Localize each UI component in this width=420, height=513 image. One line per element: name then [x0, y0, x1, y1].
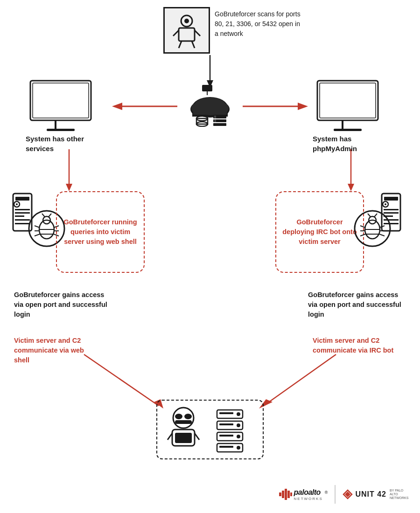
svg-line-20 [195, 30, 200, 36]
logos-area: paloalto NETWORKS ® UNIT 42 BY PALO ALTO… [279, 485, 408, 504]
svg-line-59 [42, 214, 45, 217]
svg-point-15 [184, 19, 189, 23]
svg-rect-70 [384, 197, 398, 201]
unit42-icon [343, 489, 353, 499]
svg-point-100 [237, 412, 240, 416]
cloud-icon [180, 85, 240, 127]
svg-rect-111 [279, 492, 281, 496]
hacker-box [156, 400, 264, 459]
svg-line-12 [264, 354, 336, 406]
svg-line-88 [379, 234, 385, 236]
svg-rect-44 [320, 83, 376, 118]
svg-rect-113 [285, 489, 287, 500]
left-monitor-icon [26, 78, 96, 134]
scanner-box [163, 7, 210, 54]
c2-server-icon [212, 406, 254, 453]
svg-line-83 [360, 226, 365, 228]
comm-right-label: Victim server and C2 communicate via IRC… [313, 336, 406, 355]
svg-rect-39 [30, 81, 91, 120]
paloalto-icon [279, 489, 292, 500]
svg-rect-30 [193, 108, 227, 115]
paloalto-logo: paloalto NETWORKS ® [279, 488, 328, 501]
svg-rect-41 [55, 120, 56, 129]
svg-rect-21 [202, 85, 212, 91]
svg-line-82 [374, 214, 377, 217]
unit42-text: UNIT 42 [355, 490, 386, 499]
svg-line-61 [35, 226, 40, 228]
right-attack-section: GoBruteforcer deploying IRC bot onto vic… [271, 187, 411, 284]
svg-marker-5 [298, 103, 308, 110]
diagram: GoBruteforcer scans for ports 80, 21, 33… [0, 0, 420, 513]
svg-point-50 [16, 203, 18, 205]
cloud-server [173, 85, 247, 127]
svg-line-17 [179, 41, 182, 48]
svg-rect-35 [214, 116, 216, 118]
svg-marker-3 [112, 103, 122, 110]
unit42-sub: BY PALO ALTO NETWORKS [390, 489, 408, 499]
svg-rect-104 [219, 423, 233, 425]
svg-rect-101 [219, 412, 233, 414]
svg-rect-22 [207, 91, 208, 95]
svg-point-109 [237, 446, 240, 450]
left-attack-section: GoBruteforcer running queries into victi… [9, 187, 149, 284]
svg-rect-42 [47, 129, 75, 131]
left-attack-box: GoBruteforcer running queries into victi… [56, 191, 145, 273]
svg-line-85 [360, 234, 365, 236]
svg-line-81 [368, 214, 371, 217]
svg-line-18 [192, 41, 195, 48]
svg-rect-94 [175, 420, 192, 424]
right-monitor: System has phpMyAdmin [313, 78, 394, 153]
svg-rect-43 [317, 81, 378, 120]
svg-rect-46 [334, 129, 362, 131]
svg-rect-38 [213, 123, 226, 126]
left-monitor: System has other services [26, 78, 107, 153]
svg-point-92 [175, 414, 182, 419]
hacker-icon [166, 406, 208, 453]
right-bug-icon [354, 210, 391, 249]
svg-rect-114 [287, 491, 290, 498]
scanner-label: GoBruteforcer scans for ports 80, 21, 33… [215, 9, 303, 39]
access-right-label: GoBruteforcer gains access via open port… [308, 290, 406, 319]
svg-line-86 [379, 226, 385, 228]
svg-rect-16 [179, 28, 195, 41]
left-system-label: System has other services [26, 134, 107, 153]
right-system-label: System has phpMyAdmin [313, 134, 394, 153]
right-monitor-icon [313, 78, 383, 134]
svg-point-93 [184, 414, 192, 419]
svg-line-60 [49, 214, 51, 217]
paloalto-text: paloalto [294, 488, 323, 497]
hacker-c2-section [156, 400, 264, 459]
svg-rect-112 [282, 491, 284, 498]
unit42-logo: UNIT 42 BY PALO ALTO NETWORKS [343, 489, 408, 499]
networks-text: NETWORKS [294, 497, 323, 501]
logo-divider [335, 485, 336, 504]
svg-rect-37 [214, 119, 216, 122]
svg-point-72 [385, 203, 386, 205]
svg-rect-45 [342, 120, 343, 129]
svg-line-63 [35, 234, 40, 236]
svg-rect-96 [175, 433, 192, 443]
svg-rect-40 [33, 83, 89, 118]
access-left-label: GoBruteforcer gains access via open port… [14, 290, 112, 319]
svg-line-19 [173, 30, 179, 36]
comm-left-label: Victim server and C2 communicate via web… [14, 336, 98, 365]
right-attack-box: GoBruteforcer deploying IRC bot onto vic… [275, 191, 364, 273]
svg-rect-53 [15, 215, 24, 217]
svg-rect-115 [290, 492, 292, 496]
svg-rect-110 [219, 446, 233, 448]
svg-rect-48 [15, 197, 29, 201]
scanner-icon [170, 12, 203, 49]
svg-rect-107 [219, 435, 233, 437]
svg-point-106 [237, 435, 240, 438]
svg-point-103 [237, 423, 240, 427]
